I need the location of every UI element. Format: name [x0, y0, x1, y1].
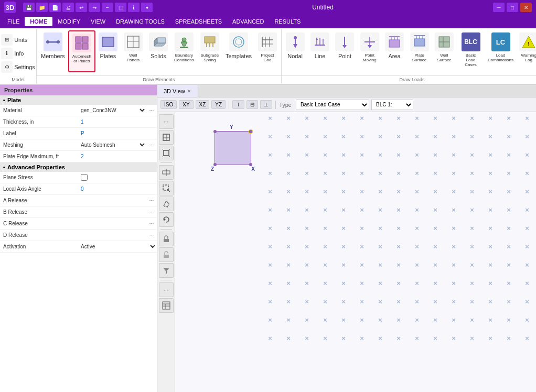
redo-button[interactable]: ↪: [89, 3, 100, 12]
fit-btn[interactable]: [159, 146, 174, 160]
minus-button[interactable]: −: [102, 3, 113, 12]
plate-section-header[interactable]: ▪ Plate: [0, 95, 157, 105]
line-load-button[interactable]: Line: [307, 30, 332, 72]
maximize-btn[interactable]: □: [507, 3, 518, 12]
table-btn[interactable]: [159, 298, 174, 313]
x-axis-label: X: [251, 166, 255, 172]
view-yz-button[interactable]: YZ: [211, 100, 226, 109]
rotate-btn[interactable]: [159, 212, 174, 227]
select-polygon-btn[interactable]: [159, 197, 174, 211]
undo-button[interactable]: ↩: [76, 3, 87, 12]
new-button[interactable]: 📄: [49, 3, 61, 12]
grid-mark: ×: [340, 224, 347, 232]
grid-mark: ×: [395, 114, 402, 122]
tab-3d-view-label: 3D View: [164, 88, 185, 94]
c-release-dots[interactable]: ···: [146, 221, 157, 226]
grid-mark: ×: [523, 316, 531, 323]
nodal-button[interactable]: Nodal: [283, 30, 307, 72]
grid-mark: ×: [321, 224, 329, 232]
b-release-dots[interactable]: ···: [146, 209, 157, 215]
basic-load-cases-button[interactable]: BLC BasicLoad Cases: [457, 30, 485, 72]
expand-btn[interactable]: ···: [159, 114, 174, 129]
minimize-btn[interactable]: ─: [493, 3, 505, 12]
type-select[interactable]: Basic Load Case: [296, 100, 369, 110]
info-button[interactable]: ℹ Info: [0, 47, 27, 60]
align-bot-button[interactable]: ⊥: [260, 100, 272, 109]
select-rect-btn[interactable]: [159, 181, 174, 195]
close-btn[interactable]: ✕: [520, 3, 532, 12]
automesh-label: Automeshof Plates: [72, 54, 91, 63]
pan-btn[interactable]: [159, 165, 174, 180]
d-release-dots[interactable]: ···: [146, 232, 157, 238]
tab-3d-view[interactable]: 3D View ✕: [157, 85, 198, 97]
a-release-dots[interactable]: ···: [146, 198, 157, 203]
menu-results[interactable]: RESULTS: [269, 17, 306, 26]
menu-advanced[interactable]: ADVANCED: [227, 17, 269, 26]
grid-mark: ×: [505, 279, 512, 287]
lock-open-btn[interactable]: [159, 247, 174, 262]
grid-mark: ×: [523, 206, 531, 213]
filter-btn[interactable]: [159, 263, 174, 278]
plate-surface-button[interactable]: PlateSurface: [407, 30, 432, 72]
meshing-dots[interactable]: ···: [146, 142, 157, 148]
expand2-btn[interactable]: ···: [159, 282, 174, 297]
dropdown-button[interactable]: ▾: [141, 3, 153, 12]
project-grid-button[interactable]: ProjectGrid: [255, 30, 280, 72]
blc-select[interactable]: BLC 1:: [371, 100, 413, 110]
plates-button[interactable]: Plates: [95, 30, 121, 72]
menu-drawing-tools[interactable]: DRAWING TOOLS: [111, 17, 170, 26]
view-iso-button[interactable]: ISO: [160, 100, 177, 109]
settings-button[interactable]: ⚙ Settings: [0, 60, 38, 74]
print-button[interactable]: 🖨: [62, 3, 74, 12]
align-top-button[interactable]: ⊤: [232, 100, 244, 109]
label-value[interactable]: P: [79, 129, 157, 138]
units-button[interactable]: ⊞ Units: [0, 33, 30, 47]
tab-close-icon[interactable]: ✕: [187, 89, 191, 94]
menu-spreadsheets[interactable]: SPREADSHEETS: [170, 17, 227, 26]
templates-button[interactable]: Templates: [222, 30, 255, 72]
load-combinations-button[interactable]: LC LoadCombinations: [485, 30, 516, 72]
c-release-value[interactable]: [79, 222, 146, 225]
material-select[interactable]: gen_Conc3NW: [79, 107, 146, 114]
menu-modify[interactable]: MODIFY: [52, 17, 85, 26]
open-button[interactable]: 📁: [36, 3, 48, 12]
save-button[interactable]: 💾: [23, 3, 35, 12]
activation-select[interactable]: Active Inactive: [79, 243, 157, 250]
plate-edge-max-value[interactable]: 2: [79, 152, 157, 161]
view-xz-button[interactable]: XZ: [196, 100, 210, 109]
grid-mark: ×: [358, 243, 366, 250]
local-axis-value[interactable]: 0: [79, 184, 157, 193]
automesh-button[interactable]: Automeshof Plates: [68, 30, 95, 72]
menu-view[interactable]: VIEW: [85, 17, 111, 26]
app-logo: 3D: [4, 2, 16, 13]
solids-button[interactable]: Solids: [146, 30, 171, 72]
screenshot-button[interactable]: ⬚: [115, 3, 126, 12]
wall-panels-button[interactable]: WallPanels: [121, 30, 146, 72]
advanced-section-header[interactable]: ▪ Advanced Properties: [0, 162, 157, 172]
meshing-select[interactable]: Auto Submesh: [79, 141, 146, 148]
wall-surface-button[interactable]: WallSurface: [432, 30, 456, 72]
warning-log-button[interactable]: ! WarningLog: [517, 30, 536, 72]
vert-toolbar: ···: [157, 112, 175, 392]
plate-element[interactable]: Y Z X: [215, 131, 251, 165]
view-xy-button[interactable]: XY: [179, 100, 193, 109]
a-release-value[interactable]: [79, 199, 146, 202]
b-release-value[interactable]: [79, 211, 146, 214]
thickness-value[interactable]: 1: [79, 117, 157, 126]
point-moving-button[interactable]: PointMoving: [357, 30, 382, 72]
area-load-button[interactable]: Area: [382, 30, 406, 72]
zoom-window-btn[interactable]: [159, 130, 174, 145]
material-dots[interactable]: ···: [146, 107, 157, 113]
menu-home[interactable]: HOME: [25, 17, 52, 26]
d-release-value[interactable]: [79, 234, 146, 237]
boundary-button[interactable]: BoundaryConditions: [171, 30, 197, 72]
point-load-button[interactable]: Point: [333, 30, 357, 72]
grid-mark: ×: [505, 298, 512, 305]
members-button[interactable]: Members: [38, 30, 68, 72]
plane-stress-checkbox[interactable]: [81, 174, 88, 181]
help-button[interactable]: ℹ: [128, 3, 140, 12]
lock-btn[interactable]: [159, 232, 174, 246]
menu-file[interactable]: FILE: [2, 17, 25, 26]
align-mid-button[interactable]: ⊟: [246, 100, 258, 109]
subgrade-button[interactable]: SubgradeSpring: [197, 30, 222, 72]
